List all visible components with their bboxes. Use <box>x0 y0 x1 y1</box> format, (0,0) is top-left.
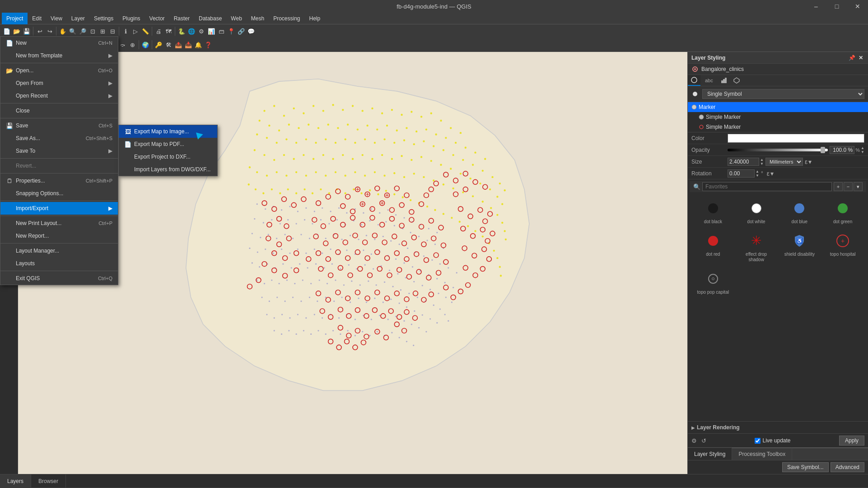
tb-identify[interactable]: ℹ <box>121 26 131 36</box>
menu-open[interactable]: 📂 Open... Ctrl+O <box>0 64 118 77</box>
styling-tab-labels[interactable]: abc <box>700 75 718 86</box>
tb-measure[interactable]: 📏 <box>140 26 150 36</box>
menu-new-print-layout[interactable]: New Print Layout... Ctrl+P <box>0 217 118 230</box>
symbol-topo-pop-capital[interactable]: topo pop capital <box>693 268 733 297</box>
tb-save[interactable]: 💾 <box>22 26 32 36</box>
tb-zoom-in[interactable]: 🔍 <box>68 26 78 36</box>
size-up[interactable]: ▲ <box>760 158 764 162</box>
opacity-down[interactable]: ▼ <box>861 150 864 154</box>
menu-new[interactable]: 📄 New Ctrl+N <box>0 37 118 49</box>
symbol-dot-red[interactable]: dot red <box>693 230 733 264</box>
menu-open-from[interactable]: Open From ▶ <box>0 77 118 89</box>
close-button[interactable]: ✕ <box>847 0 868 13</box>
tab-layers[interactable]: Layers <box>0 474 31 488</box>
tb-plugin2[interactable]: ⚙ <box>196 26 206 36</box>
symbol-type-select[interactable]: Single Symbol <box>702 89 864 99</box>
tb2-osm[interactable]: 🌍 <box>140 40 150 50</box>
tb2-a5[interactable]: 🔔 <box>193 40 203 50</box>
menu-revert[interactable]: Revert... <box>0 160 118 172</box>
tb2-8[interactable]: ⤼ <box>117 40 127 50</box>
menu-new-report[interactable]: New Report... <box>0 230 118 242</box>
tb-undo[interactable]: ↩ <box>35 26 45 36</box>
fav-add-btn[interactable]: + <box>834 182 843 191</box>
menu-processing[interactable]: Processing <box>269 13 304 24</box>
size-expr-btn[interactable]: ε <box>805 158 807 165</box>
tb-plugin1[interactable]: 🌐 <box>187 26 196 36</box>
rotation-expr-btn[interactable]: ε <box>767 170 770 177</box>
menu-properties[interactable]: 🗒 Properties... Ctrl+Shift+P <box>0 174 118 187</box>
fav-options-btn[interactable]: ▾ <box>854 182 863 191</box>
tb-plugin3[interactable]: 📊 <box>206 26 216 36</box>
marker-row-simple1[interactable]: Simple Marker <box>695 112 868 122</box>
close-styling-button[interactable]: ✕ <box>857 54 864 61</box>
symbol-topo-hospital[interactable]: + topo hospital <box>823 230 863 264</box>
menu-new-template[interactable]: New from Template ▶ <box>0 49 118 62</box>
menu-layer[interactable]: Layer <box>67 13 89 24</box>
menu-close[interactable]: Close <box>0 104 118 117</box>
map-area[interactable] <box>18 52 687 474</box>
size-down[interactable]: ▼ <box>760 162 764 166</box>
favorites-search-input[interactable] <box>702 182 832 191</box>
tb2-a6[interactable]: ❓ <box>203 40 213 50</box>
opacity-input[interactable] <box>830 146 854 154</box>
submenu-import-dwg[interactable]: Import Layers from DWG/DXF... <box>119 163 217 176</box>
tb-plugin7[interactable]: 💬 <box>246 26 256 36</box>
menu-exit[interactable]: Exit QGIS Ctrl+Q <box>0 272 118 285</box>
symbol-shield-disability[interactable]: ♿ shield disability <box>780 230 820 264</box>
symbol-dot-blue[interactable]: dot blue <box>780 197 820 226</box>
advanced-button[interactable]: Advanced <box>831 462 864 472</box>
tb-select[interactable]: ▷ <box>131 26 140 36</box>
tb-atlas[interactable]: 🗺 <box>163 26 173 36</box>
submenu-export-pdf[interactable]: 📄 Export Map to PDF... <box>119 138 217 150</box>
tab-layer-styling[interactable]: Layer Styling <box>688 448 732 460</box>
tab-browser[interactable]: Browser <box>31 474 66 488</box>
tb-print[interactable]: 🖨 <box>154 26 163 36</box>
tb-new[interactable]: 📄 <box>2 26 12 36</box>
tb2-a1[interactable]: 🔑 <box>154 40 163 50</box>
menu-vector[interactable]: Vector <box>145 13 169 24</box>
marker-row-root[interactable]: Marker <box>688 102 868 112</box>
size-options-btn[interactable]: ▾ <box>808 158 812 165</box>
rotation-down[interactable]: ▼ <box>756 174 759 178</box>
minimize-button[interactable]: – <box>806 0 826 13</box>
tb-zoom-layer[interactable]: ⊞ <box>98 26 107 36</box>
submenu-export-image[interactable]: 🖼 Export Map to Image... <box>119 125 217 138</box>
menu-layouts[interactable]: Layouts <box>0 257 118 270</box>
menu-import-export[interactable]: Import/Export ▶ <box>0 202 118 215</box>
menu-help[interactable]: Help <box>305 13 325 24</box>
refresh-icon[interactable]: ↺ <box>701 437 706 444</box>
fav-remove-btn[interactable]: − <box>844 182 853 191</box>
tb-plugin4[interactable]: 🗃 <box>216 26 226 36</box>
rotation-up[interactable]: ▲ <box>756 169 759 174</box>
menu-project[interactable]: Project <box>2 13 28 24</box>
maximize-button[interactable]: □ <box>826 0 847 13</box>
menu-settings[interactable]: Settings <box>89 13 118 24</box>
tb-python[interactable]: 🐍 <box>177 26 187 36</box>
tb-redo[interactable]: ↪ <box>45 26 55 36</box>
styling-tab-diagrams[interactable] <box>718 75 730 86</box>
size-input[interactable] <box>728 158 759 166</box>
opacity-up[interactable]: ▲ <box>861 146 864 150</box>
menu-save[interactable]: 💾 Save Ctrl+S <box>0 119 118 132</box>
apply-button[interactable]: Apply <box>839 436 864 446</box>
menu-edit[interactable]: Edit <box>28 13 46 24</box>
tb-zoom-full[interactable]: ⊡ <box>88 26 98 36</box>
rotation-options-btn[interactable]: ▾ <box>770 170 774 177</box>
submenu-export-dxf[interactable]: Export Project to DXF... <box>119 150 217 163</box>
styling-tab-symbol[interactable] <box>688 75 700 86</box>
tb2-a3[interactable]: 📤 <box>173 40 183 50</box>
menu-web[interactable]: Web <box>226 13 246 24</box>
styling-tab-3d[interactable] <box>730 75 743 86</box>
layer-rendering-header[interactable]: ▶ Layer Rendering <box>691 423 864 432</box>
pin-button[interactable]: 📌 <box>848 54 855 61</box>
symbol-effect-drop-shadow[interactable]: ✳ effect drop shadow <box>737 230 776 264</box>
menu-raster[interactable]: Raster <box>169 13 194 24</box>
opacity-slider[interactable] <box>728 149 828 151</box>
tb-plugin6[interactable]: 🔗 <box>236 26 246 36</box>
tb-zoom-select[interactable]: ⊟ <box>107 26 117 36</box>
color-swatch[interactable] <box>728 134 864 143</box>
size-unit-select[interactable]: Millimeters Pixels Map Units <box>765 158 803 166</box>
rotation-input[interactable] <box>728 169 755 178</box>
tab-processing-toolbox[interactable]: Processing Toolbox <box>732 448 792 460</box>
menu-layout-manager[interactable]: Layout Manager... <box>0 244 118 257</box>
